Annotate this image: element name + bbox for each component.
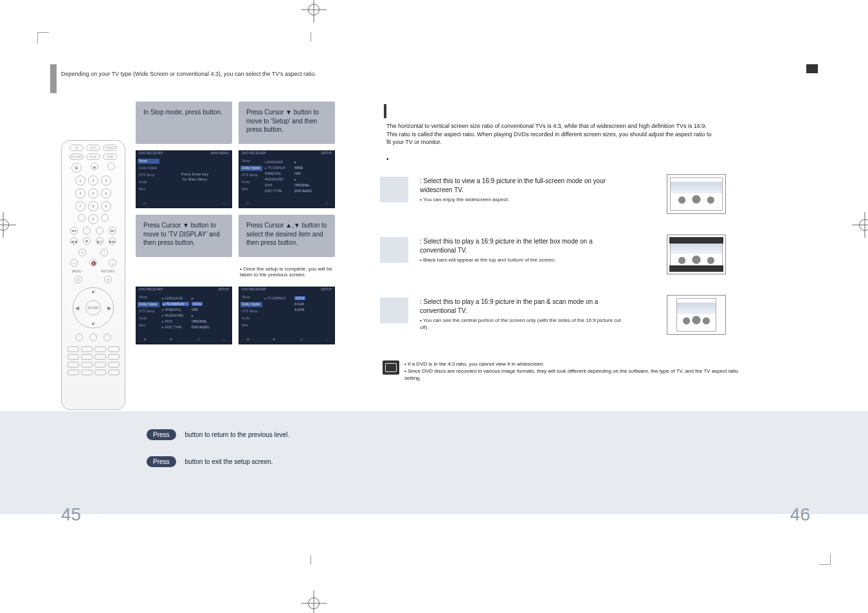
footer-return-row: Press button to return to the previous l… (147, 429, 289, 440)
osd2-s4: Misc (240, 187, 262, 192)
remote-play: ▶|| (96, 237, 104, 245)
remote-ch-dn: ⌄ (109, 259, 116, 267)
remote-tuning (78, 214, 86, 222)
remote-num2: 2 (88, 175, 98, 186)
crop-mark-left (0, 212, 16, 238)
dpad-up-icon: ▲ (91, 289, 96, 294)
remote-next: ⏭ (109, 227, 116, 235)
remote-enter: ENTER (86, 300, 101, 315)
remote-remain (101, 214, 109, 222)
osd-side-setup: Setup (138, 159, 159, 164)
remote-prev: ⏮ (70, 227, 78, 235)
osd2-hdr-r: SETUP (321, 151, 332, 157)
remote-num6: 6 (101, 188, 111, 199)
option-ps-desc: : Select this to play a 16:9 picture in … (420, 298, 598, 314)
illustration-panscan (667, 295, 726, 335)
bullet-mark: • (386, 155, 743, 163)
remote-menu: ≡ (75, 276, 82, 283)
remote-power: ⏻ (71, 163, 82, 173)
aspect-intro-text: The horizontal to vertical screen size r… (386, 122, 714, 147)
dpad-down-icon: ▼ (91, 321, 96, 327)
press-chip-2: Press (147, 456, 176, 467)
remote-vol-dn: − (70, 259, 78, 267)
option-lb-thumb (380, 237, 408, 263)
illustration-wide (667, 174, 726, 214)
section-tab-left (50, 64, 57, 93)
remote-dpad: ▲ ▼ ◀ ▶ ENTER (73, 287, 114, 328)
section-tab-right (806, 64, 818, 73)
osd-side-dts: DTS Setup (138, 173, 159, 178)
info-line-1: • If a DVD is in the 4:3 ratio, you cann… (404, 360, 743, 368)
remote-num4: 4 (75, 188, 86, 199)
step-4-text: Press Cursor ▲,▼ button to select the de… (239, 215, 335, 257)
osd-screenshot-2: DVD RECEIVERSETUP Setup Dolby Digital DT… (239, 150, 335, 208)
osd2-s1: Dolby Digital (240, 166, 262, 171)
footer-band: Press button to return to the previous l… (0, 411, 868, 514)
remote-num7: 7 (75, 201, 86, 211)
option-panscan-row: : Select this to play a 16:9 picture in … (386, 298, 743, 344)
osd2-lang: LANGUAGE (265, 160, 292, 164)
remote-num8: 8 (88, 201, 98, 211)
remote-eject: ⏏ (91, 163, 98, 170)
remote-ff: ▶▶ (109, 237, 116, 245)
step-1-text: In Stop mode, press button. (136, 102, 232, 144)
crop-mark-top (301, 0, 327, 22)
info-line-2: • Since DVD discs are recorded in variou… (404, 368, 743, 382)
footer-exit-row: Press button to exit the setup screen. (147, 456, 273, 467)
step-3-text: Press Cursor ▼ button to move to 'TV DIS… (136, 215, 232, 257)
remote-test (104, 333, 111, 341)
option-lb-desc: : Select this to play a 16:9 picture in … (420, 238, 593, 254)
page-number-right: 46 (790, 504, 810, 525)
remote-vol-up: + (78, 249, 86, 256)
osd2-s2: DTS Setup (240, 173, 262, 178)
crop-mark-right (852, 212, 868, 238)
intro-text: Depending on your TV type (Wide Screen o… (61, 71, 370, 77)
osd2-hdr-l: DVD RECEIVER (242, 151, 266, 157)
remote-tv: TV (69, 145, 84, 151)
remote-aux: AUX (86, 154, 100, 160)
remote-illustration: TV DVD TUNER SOUND AUX USB ⏻ ⏏ 123 456 7… (61, 140, 125, 410)
remote-rew: ◀◀ (70, 237, 78, 245)
remote-label-menu: MENU (72, 269, 82, 273)
osd-msg: Press Enter keyfor Main Menu (162, 159, 228, 182)
option-wide-row: : Select this to view a 16:9 picture in … (386, 177, 743, 223)
remote-sound: SOUND (69, 154, 84, 160)
osd-screenshot-3: DVD RECEIVERSETUP Setup Dolby Digital DT… (136, 287, 232, 344)
trim-corner-br (819, 553, 831, 565)
press-chip-1: Press (147, 429, 176, 440)
remote-tuner: TUNER (103, 145, 117, 151)
osd-screenshot-4: DVD RECEIVERSETUP Setup Dolby Digital DT… (239, 287, 335, 344)
option-wide-sub: • You can enjoy the widescreen aspect. (420, 196, 626, 203)
osd2-s3: Audio (240, 180, 262, 185)
remote-return: ↶ (104, 276, 112, 283)
remote-stop: ■ (83, 237, 91, 245)
remote-usb: USB (103, 154, 117, 160)
remote-sub (89, 333, 97, 341)
crop-mark-bottom (301, 591, 327, 613)
section-marker (384, 104, 386, 118)
osd-screenshot-1: DVD RECEIVERMAIN MENU Setup Dolby Digita… (136, 150, 232, 208)
remote-tvvideo (107, 163, 115, 170)
osd-side-audio: Audio (138, 180, 159, 185)
trim-spine-bottom (311, 555, 311, 565)
page-number-left: 45 (61, 504, 81, 525)
osd-hdr-l: DVD RECEIVER (139, 151, 163, 157)
remote-num3: 3 (101, 175, 111, 186)
option-ps-thumb (380, 298, 408, 323)
remote-dvd: DVD (86, 145, 100, 151)
step-2-text: Press Cursor ▼ button to move to 'Setup'… (239, 102, 335, 144)
remote-num1: 1 (75, 175, 86, 186)
trim-corner-tl (37, 32, 49, 44)
osd-side-dolby: Dolby Digital (138, 166, 159, 171)
remote-num9: 9 (101, 201, 111, 211)
osd-side-misc: Misc (138, 187, 159, 192)
remote-info (75, 333, 83, 341)
remote-label-return: RETURN (101, 269, 114, 273)
remote-step-r (96, 227, 104, 235)
osd2-s0: Setup (240, 159, 262, 164)
option-ps-sub: • You can see the central portion of the… (420, 317, 626, 331)
setup-complete-note: • Once the setup is complete, you will b… (240, 266, 335, 278)
option-wide-desc: : Select this to view a 16:9 picture in … (420, 177, 606, 193)
option-wide-thumb (380, 177, 408, 202)
dpad-right-icon: ▶ (107, 305, 111, 311)
